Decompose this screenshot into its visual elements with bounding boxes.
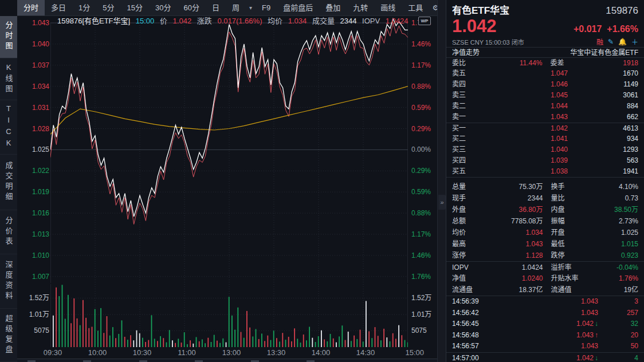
toolbar-item-盘前盘后[interactable]: 盘前盘后 (277, 0, 319, 15)
time-sales-list[interactable]: 14:56:391.043314:56:421.04325714:56:451.… (446, 296, 644, 362)
tick-volume: 257 (598, 308, 638, 319)
avg-value: 1.034 (288, 17, 307, 25)
intraday-chart-region[interactable]: 159876[有色ETF华宝] 15:00 价 1.042 涨跌 0.017(1… (17, 16, 437, 362)
volume-tick-label: 5075 (411, 327, 438, 335)
tab-30分[interactable]: 30分 (149, 0, 177, 15)
stat-value: 18.37亿 (484, 284, 543, 296)
panel-gutter: » (437, 0, 446, 362)
alert-bell-icon[interactable]: 🔔 (618, 38, 627, 46)
percent-tick-label: 1.46% (411, 252, 438, 259)
price-tick-label: 1.007 (21, 273, 49, 281)
tab-日[interactable]: 日 (206, 0, 226, 15)
weibi-value: 11.44% (480, 58, 543, 68)
iopv-value: 1.0424 (386, 17, 409, 25)
stat-label: 溢折率 (543, 262, 580, 273)
price-pane[interactable] (50, 17, 408, 283)
time-axis-label-14:30: 14:30 (356, 348, 375, 357)
tick-price: 1.042↓ (501, 353, 598, 362)
tick-row-14:56:57: 14:56:571.04350 (446, 341, 644, 352)
stat-value: 38.50万 (580, 204, 639, 215)
weicha-value: 1918 (576, 58, 639, 68)
wp-monitor-icon[interactable]: WP (418, 17, 431, 25)
percent-tick-label: 1.17% (411, 62, 438, 69)
percent-tick-label: 0.29% (411, 167, 438, 175)
period-toolbar: 分时多日1分5分15分30分60分日周 ▾ F9盘前盘后叠加九转画线工具 ⚙ ?… (17, 0, 437, 16)
percent-tick-label: 0.59% (411, 188, 438, 196)
tab-分时[interactable]: 分时 (17, 0, 45, 15)
toolbar-item-叠加[interactable]: 叠加 (319, 0, 347, 15)
sidebar-item-K线图[interactable]: K线图 (0, 58, 17, 101)
sidebar-item-TICK[interactable]: TICK (0, 100, 17, 155)
sidebar-item-深度资料[interactable]: 深度资料 (0, 254, 17, 309)
price-change: +0.017 +1.66% (574, 24, 638, 34)
stat-label: 换手 (543, 181, 580, 192)
stats-grid: 总量75.30万换手4.10%现手2344量比0.73外盘36.80万内盘38.… (446, 178, 644, 296)
stat-label: 涨停 (452, 250, 484, 261)
book-volume: 884 (568, 101, 638, 112)
tab-5分[interactable]: 5分 (96, 0, 120, 15)
price-tick-label: 1.022 (21, 167, 49, 175)
ask-row-2[interactable]: 卖二1.044884 (446, 101, 644, 112)
bid-row-2[interactable]: 买二1.041934 (446, 133, 644, 144)
book-volume: 563 (568, 155, 638, 166)
edit-icon[interactable]: ✎ (608, 38, 614, 46)
ask-row-5[interactable]: 卖五1.0471670 (446, 68, 644, 79)
ask-row-1[interactable]: 卖一1.043662 (446, 112, 644, 123)
bid-row-5[interactable]: 买五1.0381941 (446, 166, 644, 177)
book-level-label: 买一 (452, 123, 482, 134)
time-axis-label-13:30: 13:30 (267, 348, 286, 357)
book-price: 1.043 (482, 112, 568, 123)
weibi-label: 委比 (452, 58, 480, 68)
stat-label: 最高 (452, 238, 484, 250)
toolbar-item-九转[interactable]: 九转 (347, 0, 374, 15)
tick-volume: 50 (598, 341, 638, 352)
avg-label: 均价 (268, 17, 282, 25)
bid-row-3[interactable]: 买三1.0401293 (446, 144, 644, 155)
stat-label: 总量 (452, 181, 484, 192)
stat-label: 均价 (452, 227, 484, 238)
ask-row-4[interactable]: 卖四1.0461149 (446, 79, 644, 90)
toolbar-item-工具[interactable]: 工具 (402, 0, 429, 15)
stock-name: 有色ETF华宝 (452, 2, 509, 17)
margin-badge[interactable]: 融 (596, 37, 603, 46)
toolbar-item-F9[interactable]: F9 (256, 0, 277, 15)
tab-周[interactable]: 周 (226, 0, 246, 15)
stat-label: 最低 (543, 238, 580, 250)
time-axis-label-10:00: 10:00 (88, 348, 107, 357)
ask-row-3[interactable]: 卖三1.0453061 (446, 90, 644, 101)
volume-pane[interactable] (50, 284, 408, 348)
tick-price: 1.043 (501, 341, 598, 352)
tab-多日[interactable]: 多日 (45, 0, 72, 15)
toolbar-item-画线[interactable]: 画线 (374, 0, 402, 15)
sidebar-item-成交明细[interactable]: 成交明细 (0, 155, 17, 210)
volume-value: 2344 (340, 17, 357, 25)
tab-60分[interactable]: 60分 (177, 0, 205, 15)
sidebar-item-超级复盘[interactable]: 超级复盘 (0, 309, 17, 362)
book-level-label: 买五 (452, 166, 482, 177)
collapse-panel-handle[interactable]: » (438, 195, 446, 210)
chevron-down-icon[interactable]: ▾ (246, 0, 256, 15)
nav-trend-row[interactable]: 净值走势 华宝中证有色金属ETF (446, 47, 644, 58)
order-book: 卖五1.0471670卖四1.0461149卖三1.0453061卖二1.044… (446, 68, 644, 178)
stat-label: 流通盘 (452, 284, 484, 296)
stat-value: -0.04% (580, 262, 639, 273)
tick-volume: 32 (598, 318, 638, 330)
tick-row-14:57:00: 14:57:001.042↓4 (446, 352, 644, 362)
stat-value: 0.73 (580, 192, 639, 204)
bid-row-1[interactable]: 买一1.0424613 (446, 123, 644, 133)
tab-15分[interactable]: 15分 (121, 0, 149, 15)
tick-time: 14:56:48 (452, 330, 501, 341)
period-tabs: 分时多日1分5分15分30分60分日周 (17, 0, 246, 15)
stat-value: 1.034 (484, 227, 543, 238)
price-tick-label: 1.019 (21, 188, 49, 196)
book-level-label: 买二 (452, 133, 482, 144)
chart-cursor-time: 15:00 (136, 17, 155, 25)
add-icon[interactable]: ＋ (631, 37, 638, 46)
sidebar-item-分价表[interactable]: 分价表 (0, 210, 17, 254)
bid-row-4[interactable]: 买四1.039563 (446, 155, 644, 166)
sidebar-item-分时图[interactable]: 分时图 (0, 16, 17, 58)
book-volume: 3061 (568, 90, 638, 101)
stat-label: 跌停 (543, 250, 580, 261)
tab-1分[interactable]: 1分 (72, 0, 96, 15)
stat-row-IOPV: IOPV1.0424溢折率-0.04% (446, 261, 644, 273)
